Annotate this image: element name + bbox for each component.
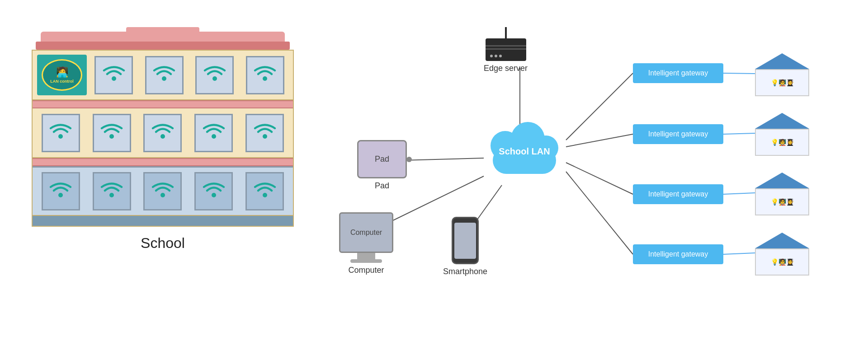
window-wifi <box>42 114 80 152</box>
pad-inner-label: Pad <box>375 154 389 164</box>
svg-line-20 <box>566 163 633 194</box>
monitor-icon: Computer <box>339 212 393 253</box>
svg-point-7 <box>212 134 216 139</box>
svg-line-22 <box>723 73 755 74</box>
window-wifi <box>194 114 233 152</box>
gateway-3-label: Intelligent gateway <box>648 190 708 198</box>
gateway-2-label: Intelligent gateway <box>648 130 708 138</box>
svg-point-0 <box>112 76 116 81</box>
cloud-label: School LAN <box>499 146 550 157</box>
window-wifi <box>94 56 133 94</box>
svg-point-11 <box>160 193 165 197</box>
svg-point-3 <box>263 76 267 81</box>
window-wifi <box>194 172 233 210</box>
edge-server-device: Edge server <box>484 27 528 73</box>
floor-ground <box>33 166 293 216</box>
svg-line-25 <box>723 253 755 254</box>
svg-point-1 <box>162 76 166 81</box>
svg-line-24 <box>723 193 755 194</box>
window-wifi <box>143 172 182 210</box>
window-wifi <box>195 56 234 94</box>
gateway-2: Intelligent gateway <box>633 124 723 144</box>
network-section: Edge server School LAN Pad Pad Computer … <box>307 14 850 330</box>
floor-top: 🧑‍💻 LAN control <box>33 51 293 100</box>
computer-label: Computer <box>348 266 384 275</box>
window-wifi <box>145 56 184 94</box>
building-body: 🧑‍💻 LAN control <box>32 50 294 227</box>
school-section: 🧑‍💻 LAN control <box>23 27 303 252</box>
school-lan-cloud: School LAN <box>484 122 565 181</box>
svg-point-10 <box>109 193 114 197</box>
svg-line-19 <box>566 134 633 147</box>
window-wifi <box>246 56 284 94</box>
svg-point-5 <box>109 134 114 139</box>
school-building: 🧑‍💻 LAN control <box>32 27 294 227</box>
window-wifi <box>93 114 131 152</box>
pad-label: Pad <box>375 181 389 191</box>
classroom-1: 💡🧑‍🏫👩‍🎓 <box>755 53 809 94</box>
gateway-4-label: Intelligent gateway <box>648 250 708 258</box>
building-roof <box>41 27 285 50</box>
classroom-4: 💡🧑‍🏫👩‍🎓 <box>755 233 809 273</box>
building-base <box>33 216 293 226</box>
svg-line-23 <box>723 133 755 134</box>
floor-trim <box>33 158 293 166</box>
floor-trim <box>33 100 293 108</box>
svg-point-13 <box>263 193 267 197</box>
window-wifi <box>143 114 182 152</box>
smartphone-label: Smartphone <box>443 267 487 276</box>
wifi-windows-row1 <box>90 56 288 94</box>
monitor-inner-label: Computer <box>350 229 382 237</box>
lan-control-panel: 🧑‍💻 LAN control <box>37 55 87 95</box>
svg-point-8 <box>263 134 267 139</box>
svg-line-18 <box>566 73 633 140</box>
edge-server-label: Edge server <box>484 64 528 73</box>
gateway-1-label: Intelligent gateway <box>648 69 708 77</box>
gateway-4: Intelligent gateway <box>633 244 723 264</box>
window-wifi <box>42 172 80 210</box>
gateway-1: Intelligent gateway <box>633 63 723 83</box>
window-wifi <box>245 114 284 152</box>
floor-middle <box>33 108 293 158</box>
window-wifi <box>245 172 284 210</box>
computer-device: Computer Computer <box>339 212 393 275</box>
wifi-windows-row3 <box>37 172 288 210</box>
svg-point-2 <box>212 76 217 81</box>
svg-line-21 <box>566 172 633 254</box>
classroom-3: 💡🧑‍🏫👩‍🎓 <box>755 173 809 213</box>
pad-icon: Pad <box>357 140 407 178</box>
window-wifi <box>93 172 131 210</box>
pad-device: Pad Pad <box>357 140 407 191</box>
smartphone-icon <box>452 217 479 264</box>
svg-point-9 <box>58 193 63 197</box>
classroom-2: 💡🧑‍🏫👩‍🎓 <box>755 113 809 154</box>
smartphone-device: Smartphone <box>443 217 487 276</box>
school-label: School <box>23 235 303 252</box>
svg-point-12 <box>212 193 216 197</box>
svg-point-6 <box>160 134 165 139</box>
svg-line-15 <box>402 158 484 160</box>
wifi-windows-row2 <box>37 114 288 152</box>
svg-point-4 <box>58 134 63 139</box>
gateway-3: Intelligent gateway <box>633 184 723 204</box>
